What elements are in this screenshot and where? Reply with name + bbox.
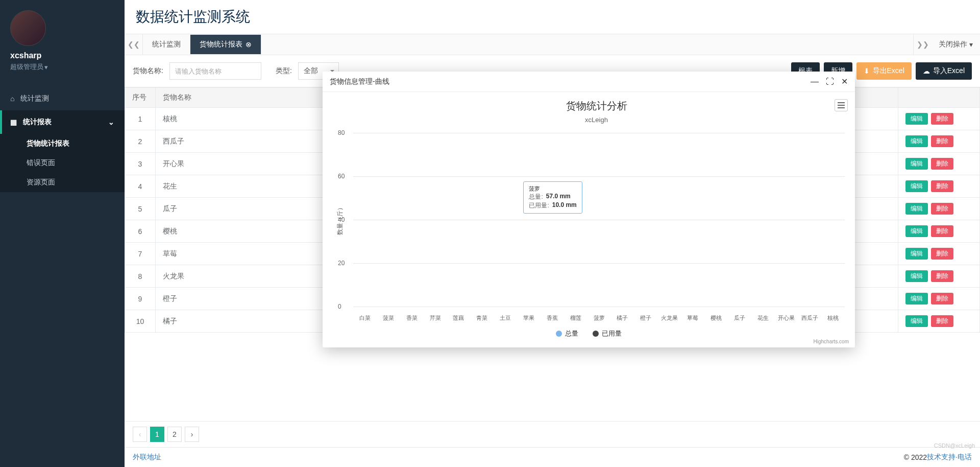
page-prev[interactable]: ‹ — [133, 427, 147, 442]
pagination: ‹ 1 2 › — [125, 421, 980, 447]
edit-button[interactable]: 编辑 — [905, 225, 928, 237]
chart-subtitle: xcLeigh — [345, 116, 848, 124]
avatar[interactable] — [10, 10, 46, 46]
sub-item-error-page[interactable]: 错误页面 — [0, 153, 125, 173]
chart-tooltip: 菠萝总量:57.0 mm已用量:10.0 mm — [523, 181, 582, 214]
external-link[interactable]: 外联地址 — [133, 453, 161, 462]
legend-used[interactable]: 已用量 — [593, 329, 622, 338]
tab-goods-report[interactable]: 货物统计报表 ⊗ — [190, 35, 261, 54]
nav-item-monitor[interactable]: ⌂ 统计监测 — [0, 87, 125, 110]
goods-name-input[interactable] — [169, 62, 261, 80]
delete-button[interactable]: 删除 — [931, 135, 953, 147]
nav: ⌂ 统计监测 ▦ 统计报表 ⌄ 货物统计报表 错误页面 资源页面 — [0, 87, 125, 192]
import-button[interactable]: ☁ 导入Excel — [916, 62, 972, 80]
page-2[interactable]: 2 — [167, 427, 182, 442]
copyright-prefix: © 2022 — [904, 453, 927, 461]
type-label: 类型: — [276, 66, 292, 76]
chevron-down-icon: ▾ — [44, 63, 48, 71]
page-next[interactable]: › — [185, 427, 199, 442]
modal-title-text: 货物信息管理-曲线 — [330, 77, 389, 86]
export-button[interactable]: ⬇ 导出Excel — [856, 62, 912, 80]
edit-button[interactable]: 编辑 — [905, 248, 928, 260]
upload-icon: ☁ — [923, 67, 930, 75]
legend-dot-icon — [593, 331, 599, 337]
edit-button[interactable]: 编辑 — [905, 135, 928, 147]
edit-button[interactable]: 编辑 — [905, 270, 928, 282]
tab-scroll-right[interactable]: ❯❯ — [913, 34, 932, 55]
tab-scroll-left[interactable]: ❮❮ — [125, 34, 143, 55]
close-operations-dropdown[interactable]: 关闭操作 ▾ — [932, 35, 980, 54]
sidebar: xcsharp 超级管理员 ▾ ⌂ 统计监测 ▦ 统计报表 ⌄ 货物统计报表 错… — [0, 0, 125, 467]
support-link[interactable]: 技术支持·电话 — [927, 453, 972, 462]
page-1[interactable]: 1 — [150, 427, 164, 442]
col-seq: 序号 — [125, 88, 156, 108]
delete-button[interactable]: 删除 — [931, 293, 953, 305]
legend-dot-icon — [556, 331, 562, 337]
chart-area: 货物统计分析 xcLeigh 数量（斤） 020406080菠萝总量:57.0 … — [323, 92, 855, 347]
close-icon[interactable]: ⊗ — [246, 40, 252, 49]
chart-credits: Highcharts.com — [814, 339, 849, 344]
tabbar: ❮❮ 统计监测 货物统计报表 ⊗ ❯❯ 关闭操作 ▾ — [125, 34, 980, 55]
chevron-down-icon: ⌄ — [108, 118, 114, 126]
edit-button[interactable]: 编辑 — [905, 315, 928, 327]
username: xcsharp — [10, 51, 114, 60]
sub-nav: 货物统计报表 错误页面 资源页面 — [0, 134, 125, 192]
nav-item-report[interactable]: ▦ 统计报表 ⌄ — [0, 110, 125, 134]
chart-modal: 货物信息管理-曲线 — ⛶ ✕ 货物统计分析 xcLeigh 数量（斤） 020… — [323, 72, 855, 347]
maximize-icon[interactable]: ⛶ — [826, 77, 834, 86]
edit-button[interactable]: 编辑 — [905, 158, 928, 170]
edit-button[interactable]: 编辑 — [905, 293, 928, 305]
sub-item-resource-page[interactable]: 资源页面 — [0, 173, 125, 192]
home-icon: ⌂ — [10, 95, 14, 103]
legend: 总量 已用量 — [323, 329, 855, 338]
minimize-icon[interactable]: — — [811, 77, 819, 86]
sub-item-goods-report[interactable]: 货物统计报表 — [0, 134, 125, 153]
delete-button[interactable]: 删除 — [931, 113, 953, 125]
chart-menu-button[interactable] — [835, 99, 848, 111]
name-label: 货物名称: — [133, 66, 163, 76]
grid-icon: ▦ — [10, 118, 17, 126]
download-icon: ⬇ — [864, 67, 870, 75]
delete-button[interactable]: 删除 — [931, 315, 953, 327]
delete-button[interactable]: 删除 — [931, 248, 953, 260]
profile-block: xcsharp 超级管理员 ▾ — [0, 0, 125, 77]
page-title: 数据统计监测系统 — [125, 0, 980, 34]
legend-total[interactable]: 总量 — [556, 329, 578, 338]
delete-button[interactable]: 删除 — [931, 225, 953, 237]
plot-area[interactable]: 020406080菠萝总量:57.0 mm已用量:10.0 mm — [353, 133, 845, 307]
delete-button[interactable]: 删除 — [931, 158, 953, 170]
edit-button[interactable]: 编辑 — [905, 180, 928, 192]
close-icon[interactable]: ✕ — [841, 77, 848, 86]
footer: 外联地址 © 2022 技术支持·电话 — [125, 447, 980, 467]
chart-title: 货物统计分析 — [345, 99, 848, 113]
role-dropdown[interactable]: 超级管理员 ▾ — [10, 62, 114, 72]
modal-titlebar[interactable]: 货物信息管理-曲线 — ⛶ ✕ — [323, 72, 855, 92]
edit-button[interactable]: 编辑 — [905, 203, 928, 215]
col-actions — [898, 88, 980, 108]
tab-monitor[interactable]: 统计监测 — [143, 35, 190, 54]
main: 数据统计监测系统 ❮❮ 统计监测 货物统计报表 ⊗ ❯❯ 关闭操作 ▾ 货物名称… — [125, 0, 980, 467]
delete-button[interactable]: 删除 — [931, 180, 953, 192]
delete-button[interactable]: 删除 — [931, 270, 953, 282]
chevron-down-icon: ▾ — [969, 40, 973, 49]
delete-button[interactable]: 删除 — [931, 203, 953, 215]
edit-button[interactable]: 编辑 — [905, 113, 928, 125]
x-axis-labels: 白菜菠菜香菜芹菜莲藕青菜土豆苹果香蕉榴莲菠萝橘子橙子火龙果草莓樱桃瓜子花生开心果… — [353, 314, 845, 322]
